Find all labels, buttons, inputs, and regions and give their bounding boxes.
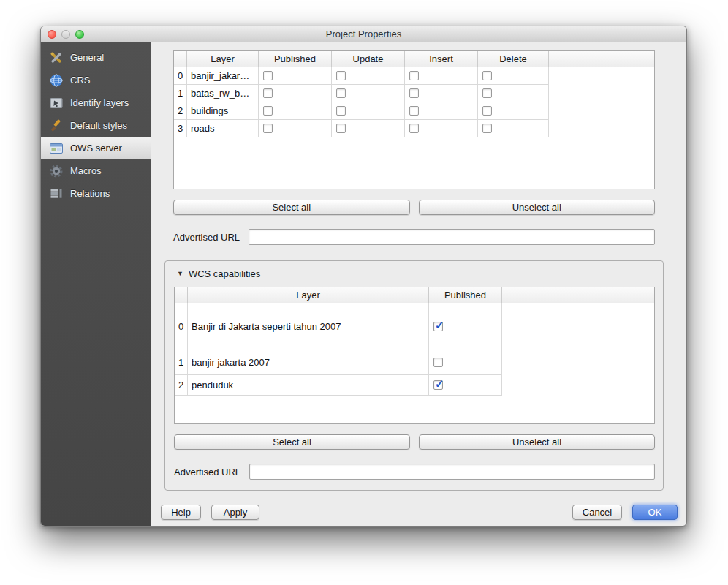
apply-button[interactable]: Apply xyxy=(211,505,259,520)
column-header: Published xyxy=(259,51,332,67)
published-cell xyxy=(259,120,332,137)
layer-name-cell: batas_rw_b… xyxy=(187,85,259,102)
sidebar-item-label: CRS xyxy=(70,75,90,86)
insert-checkbox[interactable] xyxy=(409,71,419,80)
update-checkbox[interactable] xyxy=(336,88,346,98)
sidebar-item-label: Default styles xyxy=(70,120,127,131)
wfs-advertised-url-input[interactable] xyxy=(249,229,655,245)
layer-name-cell: Banjir di Jakarta seperti tahun 2007 xyxy=(188,303,429,350)
row-index: 0 xyxy=(174,67,187,84)
collapse-triangle-icon[interactable]: ▼ xyxy=(177,271,183,277)
wfs-advertised-url-label: Advertised URL xyxy=(173,232,249,243)
ows-scroll-area: LayerPublishedUpdateInsertDelete0banjir_… xyxy=(151,50,686,491)
wcs-advertised-url-input[interactable] xyxy=(249,464,655,480)
sidebar-item-general[interactable]: General xyxy=(41,46,151,69)
table-row[interactable]: 0banjir_jakar… xyxy=(174,67,549,85)
globe-icon xyxy=(48,73,64,88)
minimize-button[interactable] xyxy=(61,30,70,39)
table-row[interactable]: 2buildings xyxy=(174,102,549,120)
sidebar-item-identify-layers[interactable]: Identify layers xyxy=(41,91,151,114)
update-cell xyxy=(332,120,405,137)
header-filler xyxy=(502,287,654,303)
sidebar-item-crs[interactable]: CRS xyxy=(41,69,151,91)
published-cell xyxy=(259,67,332,84)
layer-name-cell: roads xyxy=(187,120,259,137)
identify-layers-icon xyxy=(48,96,64,110)
published-checkbox[interactable] xyxy=(433,358,443,367)
column-header: Update xyxy=(332,51,405,67)
published-checkbox[interactable] xyxy=(433,380,443,390)
update-checkbox[interactable] xyxy=(336,71,346,80)
sidebar-item-label: Identify layers xyxy=(70,97,129,108)
gear-icon xyxy=(48,164,64,178)
insert-cell xyxy=(405,67,478,84)
published-checkbox[interactable] xyxy=(433,322,443,331)
insert-checkbox[interactable] xyxy=(409,88,419,98)
published-cell xyxy=(259,102,332,119)
table-row[interactable]: 1batas_rw_b… xyxy=(174,85,549,102)
column-header: Delete xyxy=(478,51,549,67)
published-cell xyxy=(259,85,332,102)
corner-cell xyxy=(175,287,188,303)
delete-cell xyxy=(478,120,549,137)
insert-cell xyxy=(405,85,478,102)
insert-checkbox[interactable] xyxy=(409,106,419,116)
wfs-unselect-all-button[interactable]: Unselect all xyxy=(419,200,656,215)
row-index: 3 xyxy=(174,120,187,137)
sidebar-item-relations[interactable]: Relations xyxy=(41,182,151,205)
wfs-select-all-button[interactable]: Select all xyxy=(173,200,410,215)
wcs-select-all-button[interactable]: Select all xyxy=(174,434,410,450)
row-index: 1 xyxy=(175,350,188,374)
zoom-button[interactable] xyxy=(75,30,84,39)
sidebar-item-label: Macros xyxy=(70,165,102,176)
column-header: Insert xyxy=(405,51,478,67)
insert-checkbox[interactable] xyxy=(409,124,419,133)
layer-name-cell: buildings xyxy=(187,102,259,119)
window-title: Project Properties xyxy=(41,29,686,39)
layer-name-cell: penduduk xyxy=(188,375,429,395)
published-checkbox[interactable] xyxy=(263,124,273,133)
wfs-table-header: LayerPublishedUpdateInsertDelete xyxy=(174,51,654,67)
delete-checkbox[interactable] xyxy=(482,88,492,98)
wcs-advertised-url-label: Advertised URL xyxy=(174,467,249,478)
row-index: 1 xyxy=(174,85,187,102)
published-checkbox[interactable] xyxy=(263,71,273,80)
wcs-unselect-all-button[interactable]: Unselect all xyxy=(419,434,655,450)
update-checkbox[interactable] xyxy=(336,106,346,116)
help-button[interactable]: Help xyxy=(161,505,201,520)
update-cell xyxy=(332,102,405,119)
delete-cell xyxy=(478,67,549,84)
table-row[interactable]: 3roads xyxy=(174,120,549,137)
ok-button[interactable]: OK xyxy=(632,505,678,520)
wrench-hammer-icon xyxy=(48,50,64,65)
titlebar[interactable]: Project Properties xyxy=(41,26,686,42)
delete-checkbox[interactable] xyxy=(482,106,492,116)
published-cell xyxy=(429,375,502,395)
sidebar-item-default-styles[interactable]: Default styles xyxy=(41,114,151,137)
delete-checkbox[interactable] xyxy=(482,71,492,80)
close-button[interactable] xyxy=(48,30,56,39)
desktop-background: Project Properties GeneralCRSIdentify la… xyxy=(0,0,728,585)
table-row[interactable]: 1banjir jakarta 2007 xyxy=(175,350,502,375)
published-checkbox[interactable] xyxy=(263,106,273,116)
sidebar: GeneralCRSIdentify layersDefault stylesO… xyxy=(41,42,151,526)
sidebar-item-macros[interactable]: Macros xyxy=(41,159,151,182)
published-checkbox[interactable] xyxy=(263,88,273,98)
wcs-section-title: WCS capabilities xyxy=(189,268,260,279)
column-header: Layer xyxy=(188,287,429,303)
row-index: 2 xyxy=(175,375,188,395)
corner-cell xyxy=(174,51,187,67)
table-row[interactable]: 0Banjir di Jakarta seperti tahun 2007 xyxy=(175,303,502,350)
wcs-layers-table: LayerPublished0Banjir di Jakarta seperti… xyxy=(174,287,655,424)
delete-checkbox[interactable] xyxy=(482,124,492,133)
row-index: 0 xyxy=(175,303,188,350)
project-properties-window: Project Properties GeneralCRSIdentify la… xyxy=(40,26,687,526)
table-relations-icon xyxy=(48,186,64,201)
row-index: 2 xyxy=(174,102,187,119)
update-cell xyxy=(332,67,405,84)
delete-cell xyxy=(478,102,549,119)
cancel-button[interactable]: Cancel xyxy=(572,505,622,520)
sidebar-item-ows-server[interactable]: OWS server xyxy=(41,137,151,159)
table-row[interactable]: 2penduduk xyxy=(175,375,502,396)
update-checkbox[interactable] xyxy=(336,124,346,133)
